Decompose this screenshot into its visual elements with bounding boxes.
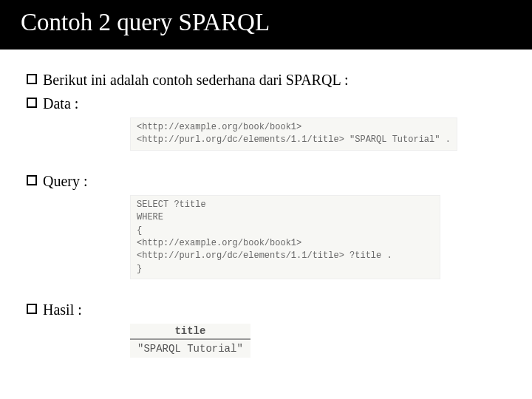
square-bullet-icon [27,175,37,185]
query-code-block: SELECT ?title WHERE { <http://example.or… [130,195,440,279]
square-bullet-icon [27,98,37,108]
bullet-query-label: Query : [43,171,88,191]
bullet-data: Data : [27,94,505,113]
title-text: Contoh 2 query SPARQL [21,9,270,35]
result-header: title [130,324,250,339]
slide-title: Contoh 2 query SPARQL [0,0,532,50]
query-code-wrap: SELECT ?title WHERE { <http://example.or… [130,195,505,279]
bullet-query: Query : [27,171,505,191]
result-table: title "SPARQL Tutorial" [130,324,250,358]
bullet-result: Hasil : [27,300,505,319]
bullet-intro: Berikut ini adalah contoh sederhana dari… [27,70,505,89]
square-bullet-icon [27,74,37,84]
bullet-data-label: Data : [43,94,78,113]
square-bullet-icon [27,304,37,314]
data-code-wrap: <http://example.org/book/book1> <http://… [130,117,505,151]
slide-body: Berikut ini adalah contoh sederhana dari… [0,50,532,358]
data-code-block: <http://example.org/book/book1> <http://… [130,117,457,151]
result-table-wrap: title "SPARQL Tutorial" [130,324,505,358]
result-cell: "SPARQL Tutorial" [130,339,250,358]
bullet-result-label: Hasil : [43,300,82,319]
bullet-intro-text: Berikut ini adalah contoh sederhana dari… [43,70,348,89]
